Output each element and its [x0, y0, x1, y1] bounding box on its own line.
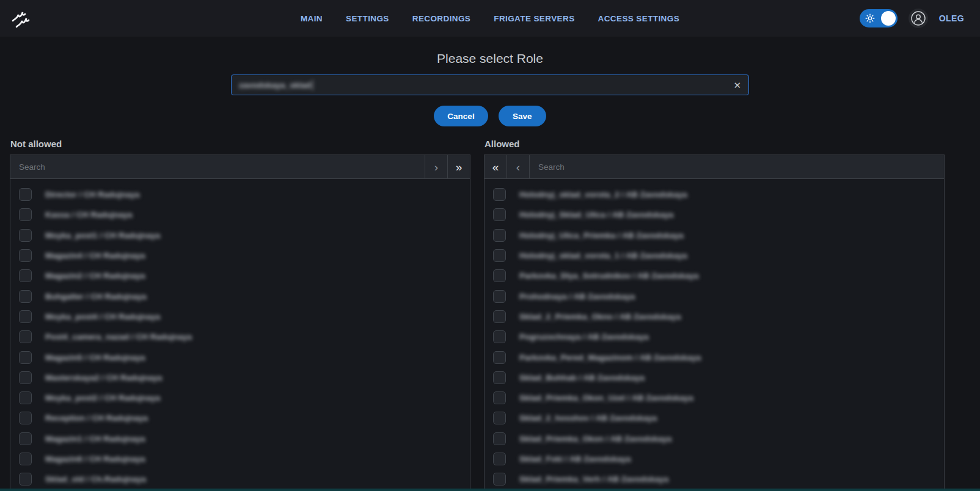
- theme-toggle[interactable]: [860, 9, 898, 27]
- nav-item-settings[interactable]: SETTINGS: [346, 14, 389, 23]
- move-all-right-button[interactable]: »: [447, 155, 470, 178]
- checkbox[interactable]: [493, 229, 506, 242]
- allowed-title: Allowed: [485, 139, 945, 149]
- list-item[interactable]: Magazin1 / CH Radujnaya: [10, 429, 470, 449]
- checkbox[interactable]: [19, 208, 32, 221]
- checkbox[interactable]: [493, 391, 506, 404]
- user-name[interactable]: OLEG: [939, 13, 964, 23]
- list-item-label: Sklad_Priemka_Okon_Uzel / AB Zavodskaya: [519, 393, 693, 402]
- list-item[interactable]: Holodnyj_Sklad_Ulica / AB Zavodskaya: [485, 205, 944, 225]
- list-item[interactable]: Sklad_Priemka_Okon_Uzel / AB Zavodskaya: [485, 388, 944, 408]
- list-item-label: Moyka_post4 / CH Radujnaya: [45, 312, 160, 321]
- checkbox[interactable]: [19, 351, 32, 364]
- checkbox[interactable]: [19, 391, 32, 404]
- list-item-label: Kassa / CH Radujnaya: [45, 210, 133, 219]
- checkbox[interactable]: [19, 330, 32, 343]
- checkbox[interactable]: [19, 310, 32, 323]
- checkbox[interactable]: [493, 188, 506, 201]
- sun-icon: [865, 13, 875, 23]
- checkbox[interactable]: [493, 330, 506, 343]
- checkbox[interactable]: [493, 290, 506, 303]
- list-item[interactable]: Sklad_Buhhab / AB Zavodskaya: [485, 368, 944, 388]
- checkbox[interactable]: [19, 432, 32, 445]
- list-item[interactable]: Sklad_Priemka_Verh / AB Zavodskaya: [485, 469, 944, 489]
- checkbox[interactable]: [493, 453, 506, 465]
- list-item[interactable]: Sklad_Priemka_Okon / AB Zavodskaya: [485, 429, 944, 449]
- checkbox[interactable]: [19, 412, 32, 424]
- checkbox[interactable]: [493, 351, 506, 364]
- checkbox[interactable]: [19, 371, 32, 384]
- save-button[interactable]: Save: [499, 106, 546, 126]
- list-item-label: Magazin1 / CH Radujnaya: [45, 434, 145, 443]
- list-item[interactable]: Sklad_Foki / AB Zavodskaya: [485, 449, 944, 469]
- cancel-button[interactable]: Cancel: [434, 106, 488, 126]
- list-item[interactable]: Director / CH Radujnaya: [10, 184, 470, 205]
- text-caret: [312, 80, 313, 90]
- clear-input-icon[interactable]: ✕: [733, 81, 741, 90]
- checkbox[interactable]: [493, 371, 506, 384]
- list-item[interactable]: Holodnyj_sklad_vorota_2 / AB Zavodskaya: [485, 184, 944, 205]
- list-item[interactable]: Magazin2 / CH Radujnaya: [10, 266, 470, 286]
- checkbox[interactable]: [493, 269, 506, 282]
- list-item[interactable]: Moyka_post1 / CH Radujnaya: [10, 225, 470, 246]
- checkbox[interactable]: [493, 412, 506, 424]
- checkbox[interactable]: [19, 269, 32, 282]
- list-item[interactable]: Moyka_post4 / CH Radujnaya: [10, 307, 470, 327]
- list-item[interactable]: Holodnyj_sklad_vorota_1 / AB Zavodskaya: [485, 246, 944, 266]
- list-item-label: Magazin6 / CH Radujnaya: [45, 454, 145, 464]
- nav-menu: MAIN SETTINGS RECORDINGS FRIGATE SERVERS…: [0, 14, 980, 23]
- frigate-birds-logo-icon[interactable]: [0, 6, 43, 31]
- list-item-label: Post4_camera_nazad / CH Radujnaya: [45, 332, 192, 341]
- list-item[interactable]: Buhgalter / CH Radujnaya: [10, 286, 470, 306]
- not-allowed-list: Director / CH Radujnaya Kassa / CH Raduj…: [10, 179, 470, 491]
- checkbox[interactable]: [19, 473, 32, 486]
- move-left-button[interactable]: ‹: [507, 155, 530, 178]
- list-item[interactable]: Kassa / CH Radujnaya: [10, 205, 470, 225]
- checkbox[interactable]: [19, 229, 32, 242]
- list-item[interactable]: Parkovka_Dlya_Sotrudnikov / AB Zavodskay…: [485, 266, 944, 286]
- checkbox[interactable]: [493, 473, 506, 486]
- checkbox[interactable]: [19, 188, 32, 201]
- role-input[interactable]: zavodskaya_sklad ✕: [231, 75, 749, 95]
- checkbox[interactable]: [493, 208, 506, 221]
- list-item[interactable]: Pogruzochnaya / AB Zavodskaya: [485, 327, 944, 347]
- list-item[interactable]: Prohodnaya / AB Zavodskaya: [485, 286, 944, 306]
- checkbox[interactable]: [493, 249, 506, 262]
- nav-item-access-settings[interactable]: ACCESS SETTINGS: [598, 14, 680, 23]
- checkbox[interactable]: [493, 310, 506, 323]
- checkbox[interactable]: [493, 432, 506, 445]
- checkbox[interactable]: [19, 249, 32, 262]
- list-item[interactable]: Masterskaya2 / CH Radujnaya: [10, 368, 470, 388]
- checkbox[interactable]: [19, 290, 32, 303]
- list-item[interactable]: Reception / CH Radujnaya: [10, 408, 470, 428]
- list-item[interactable]: Magazin6 / CH Radujnaya: [10, 449, 470, 469]
- list-item-label: Sklad_Foki / AB Zavodskaya: [519, 454, 631, 464]
- list-item-label: Sklad_2_Priemka_Okno / AB Zavodskaya: [519, 312, 681, 321]
- list-item[interactable]: Magazin4 / CH Radujnaya: [10, 246, 470, 266]
- list-item-label: Parkovka_Dlya_Sotrudnikov / AB Zavodskay…: [519, 271, 699, 280]
- list-item-label: Magazin2 / CH Radujnaya: [45, 271, 145, 280]
- list-item[interactable]: Moyka_post2 / CH Radujnaya: [10, 388, 470, 408]
- list-item[interactable]: Sklad_2_Priemka_Okno / AB Zavodskaya: [485, 307, 944, 327]
- list-item[interactable]: Parkovka_Pered_Magazinom / AB Zavodskaya: [485, 347, 944, 367]
- list-item-label: Prohodnaya / AB Zavodskaya: [519, 292, 635, 301]
- checkbox[interactable]: [19, 453, 32, 465]
- nav-item-recordings[interactable]: RECORDINGS: [412, 14, 471, 23]
- list-item-label: Magazin4 / CH Radujnaya: [45, 251, 145, 260]
- list-item-label: Holodnyj_sklad_vorota_2 / AB Zavodskaya: [519, 190, 687, 199]
- nav-item-main[interactable]: MAIN: [301, 14, 323, 23]
- nav-item-frigate-servers[interactable]: FRIGATE SERVERS: [494, 14, 574, 23]
- list-item[interactable]: Sklad_old / Ch.Radujnaya: [10, 469, 470, 489]
- list-item-label: Holodnyj_Sklad_Ulica / AB Zavodskaya: [519, 210, 673, 219]
- list-item[interactable]: Holodnyj_Ulica_Priemka / AB Zavodskaya: [485, 225, 944, 246]
- list-item[interactable]: Sklad_2_hosshov / AB Zavodskaya: [485, 408, 944, 428]
- move-right-button[interactable]: ›: [425, 155, 447, 178]
- not-allowed-search-input[interactable]: [10, 155, 425, 178]
- list-item-label: Sklad_old / Ch.Radujnaya: [45, 475, 146, 484]
- list-item[interactable]: Magazin5 / CH Radujnaya: [10, 347, 470, 367]
- list-item[interactable]: Post4_camera_nazad / CH Radujnaya: [10, 327, 470, 347]
- move-all-left-button[interactable]: «: [485, 155, 507, 178]
- allowed-section: Allowed « ‹ Holodnyj_sklad_vorota_2 / AB…: [484, 139, 945, 491]
- allowed-search-input[interactable]: [530, 155, 944, 178]
- user-avatar-icon[interactable]: [909, 9, 928, 28]
